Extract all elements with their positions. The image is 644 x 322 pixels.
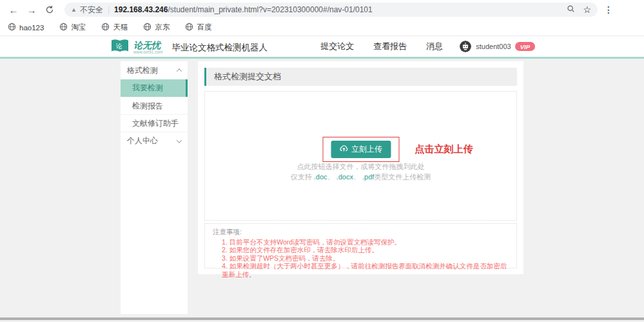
bookmark-star-icon[interactable]: ☆ <box>583 5 591 15</box>
note-line-2: 2. 如果您的文件存在加密水印，请去除水印后上传。 <box>213 246 509 254</box>
chevron-up-icon <box>177 68 182 74</box>
sidebar-item-literature-assistant[interactable]: 文献修订助手 <box>121 114 188 132</box>
bookmark-tmall[interactable]: 天猫 <box>101 23 128 32</box>
globe-icon <box>59 23 68 32</box>
bookmark-label: 京东 <box>155 23 170 32</box>
security-label[interactable]: 不安全 <box>80 5 103 15</box>
bottom-scrollbar[interactable] <box>0 317 644 320</box>
bookmark-baidu[interactable]: 百度 <box>185 23 211 32</box>
sidebar-group-personal-center[interactable]: 个人中心 <box>121 132 188 150</box>
main-card: 格式检测提交文档 立刻上传 点击立刻上传 点此按钮选择文件，或将文件拖拽到此处 … <box>198 61 523 274</box>
upload-hint-line1: 点此按钮选择文件，或将文件拖拽到此处 <box>205 162 516 172</box>
bookmark-taobao[interactable]: 淘宝 <box>59 23 86 32</box>
click-upload-annotation: 点击立刻上传 <box>415 143 473 156</box>
bookmarks-bar: hao123 淘宝 天猫 京东 百度 <box>0 19 644 36</box>
nav-messages[interactable]: 消息 <box>426 41 443 52</box>
bookmark-label: hao123 <box>19 24 44 32</box>
sidebar-item-i-want-check[interactable]: 我要检测 <box>121 79 188 97</box>
brand-logo[interactable]: 论 论无忧 www.lun51.com 毕业论文格式检测机器人 <box>110 38 268 57</box>
brand-name: 论无忧 <box>133 41 163 50</box>
sidebar-item-label: 我要检测 <box>132 83 163 94</box>
url-path: /student/main_private.html?v=20231030000… <box>168 5 372 14</box>
header-nav: 提交论文 查看报告 消息 student003 VIP <box>301 36 535 57</box>
upload-hints: 点此按钮选择文件，或将文件拖拽到此处 仅支持 .doc、 .docx、 .pdf… <box>205 162 516 183</box>
bookmark-label: 百度 <box>197 23 211 32</box>
upload-now-button[interactable]: 立刻上传 <box>331 141 391 158</box>
globe-icon <box>8 23 16 32</box>
app-header: 论 论无忧 www.lun51.com 毕业论文格式检测机器人 提交论文 查看报… <box>0 36 644 59</box>
reload-icon[interactable] <box>43 3 57 17</box>
bookmark-label: 淘宝 <box>71 23 86 32</box>
page-content: 格式检测 我要检测 检测报告 文献修订助手 个人中心 格式检测提交文档 立刻上 <box>0 59 644 322</box>
sidebar-item-check-report[interactable]: 检测报告 <box>121 97 188 114</box>
notes-title: 注意事项: <box>213 228 509 237</box>
cloud-upload-icon <box>339 145 348 154</box>
ext-doc: .doc <box>314 173 327 181</box>
upload-dropzone[interactable]: 立刻上传 点击立刻上传 点此按钮选择文件，或将文件拖拽到此处 仅支持 .doc、… <box>204 91 517 221</box>
sidebar-item-label: 文献修订助手 <box>132 118 179 129</box>
upload-button-label: 立刻上传 <box>351 144 382 155</box>
not-secure-warning-icon: ▲ <box>71 6 77 13</box>
bookmark-jd[interactable]: 京东 <box>143 23 170 32</box>
sidebar-group-label: 个人中心 <box>127 136 158 146</box>
note-line-3: 3. 如果设置了WPS文档密码，请去除。 <box>213 254 509 262</box>
ext-pdf: .pdf <box>362 173 374 181</box>
zoom-icon[interactable] <box>567 4 575 15</box>
note-line-4: 4. 如果检测超时（大于两小时甚至更多），请前往检测报告界面取消检测并确认文件是… <box>213 262 509 278</box>
globe-icon <box>185 23 193 32</box>
sidebar-group-label: 格式检测 <box>127 65 158 76</box>
page-title: 格式检测提交文档 <box>204 68 517 86</box>
nav-submit-thesis[interactable]: 提交论文 <box>320 41 354 52</box>
url-host: 192.168.43.246 <box>114 5 168 14</box>
upload-hint-line2: 仅支持 .doc、 .docx、 .pdf类型文件上传检测 <box>205 172 516 183</box>
ext-docx: .docx <box>337 173 353 181</box>
brand-site: www.lun51.com <box>133 50 163 55</box>
sidebar-item-label: 检测报告 <box>132 101 163 112</box>
back-icon[interactable]: ← <box>6 3 21 17</box>
globe-icon <box>101 23 110 32</box>
vip-badge: VIP <box>515 42 535 51</box>
chevron-down-icon <box>177 137 182 143</box>
book-logo-icon: 论 <box>110 38 130 57</box>
notes-box: 注意事项: 1. 目前平台不支持Word读写密码，请勿设置文档读写保护。 2. … <box>204 223 517 268</box>
address-bar[interactable]: ▲ 不安全 | 192.168.43.246 /student/main_pri… <box>64 3 598 17</box>
sidebar: 格式检测 我要检测 检测报告 文献修订助手 个人中心 <box>121 61 188 314</box>
browser-menu-icon[interactable]: ⋮ <box>604 5 613 15</box>
svg-text:论: 论 <box>115 43 122 50</box>
bookmark-hao123[interactable]: hao123 <box>8 23 44 32</box>
url-separator: | <box>108 5 110 14</box>
sidebar-group-format-check[interactable]: 格式检测 <box>121 61 188 79</box>
note-line-1: 1. 目前平台不支持Word读写密码，请勿设置文档读写保护。 <box>213 238 509 246</box>
bookmark-label: 天猫 <box>113 23 128 32</box>
upload-button-highlight-box: 立刻上传 <box>322 137 399 162</box>
username[interactable]: student003 <box>476 43 511 50</box>
globe-icon <box>143 23 151 32</box>
user-avatar[interactable] <box>460 41 471 52</box>
app-title: 毕业论文格式检测机器人 <box>172 42 268 54</box>
browser-toolbar: ← → ▲ 不安全 | 192.168.43.246 /student/main… <box>0 0 644 19</box>
nav-view-report[interactable]: 查看报告 <box>373 41 407 52</box>
forward-icon[interactable]: → <box>24 3 39 17</box>
